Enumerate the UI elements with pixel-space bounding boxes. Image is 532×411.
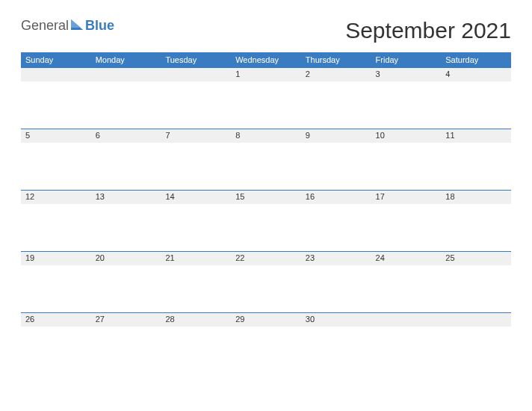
day-cell: 7 [161,129,231,190]
day-number: 30 [301,313,371,325]
day-number [441,313,511,316]
day-cell: 28 [161,312,231,374]
day-cell: 2 [301,67,371,129]
day-cell: 29 [231,312,301,374]
day-number: 8 [231,129,301,141]
header: General Blue September 2021 [21,18,511,43]
day-cell: 27 [91,312,161,374]
day-cell [91,67,161,129]
page-title: September 2021 [345,18,511,43]
day-cell: 15 [231,190,301,251]
day-number [161,68,231,71]
day-number: 6 [91,129,161,141]
day-cell: 18 [441,190,511,251]
day-cell: 1 [231,67,301,129]
day-cell: 13 [91,190,161,251]
day-number: 10 [371,129,442,141]
day-number: 19 [21,252,91,264]
day-number: 5 [21,129,91,141]
day-cell [21,67,91,129]
day-number: 27 [91,313,161,325]
day-cell: 24 [371,251,442,312]
day-number: 16 [301,191,371,203]
weekday-label: Tuesday [161,52,231,67]
day-number: 20 [91,252,161,264]
day-cell: 23 [301,251,371,312]
day-number: 25 [441,252,511,264]
day-number: 29 [231,313,301,325]
day-cell: 26 [21,312,91,374]
day-number: 21 [161,252,231,264]
day-cell: 16 [301,190,371,251]
day-cell: 3 [371,67,442,129]
day-number: 24 [371,252,442,264]
logo-text-general: General [21,18,69,34]
day-number: 22 [231,252,301,264]
logo: General Blue [21,18,114,34]
day-number: 3 [371,68,442,80]
weekday-label: Sunday [21,52,91,67]
day-cell: 11 [441,129,511,190]
weekday-label: Saturday [441,52,511,67]
day-cell: 20 [91,251,161,312]
weekday-label: Wednesday [231,52,301,67]
day-number: 14 [161,191,231,203]
day-cell: 25 [441,251,511,312]
day-number: 4 [441,68,511,80]
calendar-grid: 1 2 3 4 5 6 7 8 9 10 11 12 13 14 15 16 1… [21,67,511,374]
day-cell [441,312,511,374]
weekday-label: Thursday [301,52,371,67]
day-number [371,313,442,316]
day-cell: 10 [371,129,442,190]
day-cell: 30 [301,312,371,374]
day-cell: 6 [91,129,161,190]
day-number: 12 [21,191,91,203]
logo-text-blue: Blue [85,18,114,34]
day-number: 9 [301,129,371,141]
day-cell: 17 [371,190,442,251]
day-number: 13 [91,191,161,203]
day-cell: 21 [161,251,231,312]
day-cell [161,67,231,129]
triangle-icon [71,19,83,33]
day-number: 7 [161,129,231,141]
day-cell: 19 [21,251,91,312]
day-number: 26 [21,313,91,325]
day-cell: 4 [441,67,511,129]
day-number: 2 [301,68,371,80]
day-cell: 9 [301,129,371,190]
day-cell: 5 [21,129,91,190]
day-cell: 12 [21,190,91,251]
weekday-label: Friday [371,52,442,67]
day-number: 17 [371,191,442,203]
day-number [21,68,91,71]
day-cell: 22 [231,251,301,312]
day-number [91,68,161,71]
day-number: 18 [441,191,511,203]
day-number: 28 [161,313,231,325]
day-number: 23 [301,252,371,264]
day-cell: 8 [231,129,301,190]
day-cell: 14 [161,190,231,251]
weekday-label: Monday [91,52,161,67]
weekday-header: Sunday Monday Tuesday Wednesday Thursday… [21,52,511,67]
day-number: 15 [231,191,301,203]
day-cell [371,312,442,374]
day-number: 11 [441,129,511,141]
day-number: 1 [231,68,301,80]
